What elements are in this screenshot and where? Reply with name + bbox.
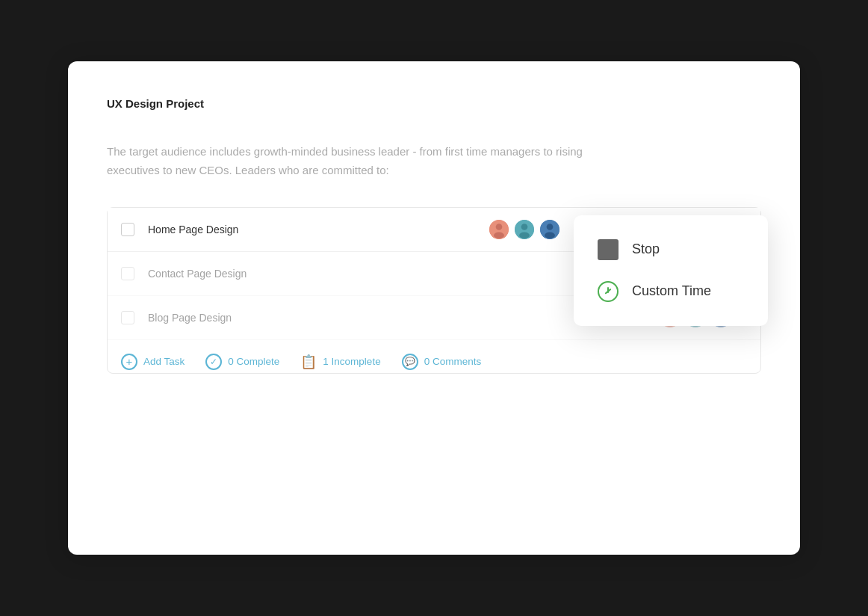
task-checkbox-3[interactable]: [121, 311, 134, 324]
project-description: The target audience includes growth-mind…: [107, 143, 615, 180]
svg-point-8: [545, 232, 555, 238]
task-row: Home Page Design: [108, 208, 760, 252]
avatar-1b: [513, 218, 536, 241]
incomplete-count-label: 1 Incomplete: [323, 356, 380, 367]
dropdown-stop-item[interactable]: Stop: [592, 229, 750, 271]
svg-point-1: [496, 224, 503, 230]
tasks-container: Home Page Design: [107, 207, 761, 374]
dropdown-custom-time-label: Custom Time: [632, 283, 711, 299]
complete-button[interactable]: ✓ 0 Complete: [205, 354, 279, 370]
dropdown-stop-label: Stop: [632, 241, 660, 257]
incomplete-clipboard-icon: 📋: [300, 354, 317, 370]
svg-point-5: [519, 232, 530, 238]
project-title: UX Design Project: [107, 97, 761, 110]
dropdown-stop-icon: [598, 239, 619, 260]
svg-point-2: [494, 232, 504, 238]
task-name-1: Home Page Design: [148, 224, 488, 235]
comments-button[interactable]: 💬 0 Comments: [402, 354, 482, 370]
comment-bubble-icon: 💬: [402, 354, 418, 370]
comments-count-label: 0 Comments: [424, 356, 482, 367]
incomplete-button[interactable]: 📋 1 Incomplete: [300, 354, 380, 370]
main-card: UX Design Project The target audience in…: [68, 61, 800, 555]
svg-point-7: [547, 224, 554, 230]
dropdown-menu: Stop Custom Time: [574, 215, 768, 326]
svg-point-4: [521, 224, 528, 230]
dropdown-clock-icon: [598, 281, 619, 302]
avatar-1c: [539, 218, 561, 241]
add-task-icon: +: [121, 354, 137, 370]
task-checkbox-1[interactable]: [121, 223, 134, 236]
complete-check-icon: ✓: [205, 354, 222, 370]
task-avatars-1: [488, 218, 564, 241]
task-checkbox-2[interactable]: [121, 267, 134, 280]
avatar-1a: [488, 218, 510, 241]
add-task-label: Add Task: [143, 356, 185, 367]
add-task-button[interactable]: + Add Task: [121, 354, 185, 370]
footer-bar: + Add Task ✓ 0 Complete 📋 1 Incomplete 💬…: [108, 340, 760, 373]
complete-count-label: 0 Complete: [228, 356, 279, 367]
dropdown-custom-time-item[interactable]: Custom Time: [592, 271, 750, 312]
